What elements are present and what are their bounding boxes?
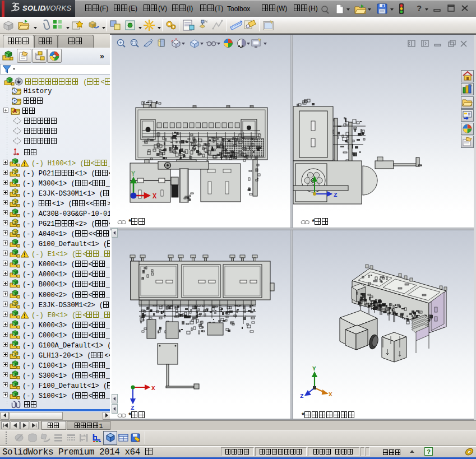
svg-text:X: X xyxy=(151,385,155,392)
svg-text:Z: Z xyxy=(131,405,135,411)
svg-text:Y: Y xyxy=(312,365,316,372)
svg-text:SOLID: SOLID xyxy=(22,4,45,12)
svg-text:X: X xyxy=(152,193,157,201)
svg-text:Z: Z xyxy=(300,393,304,400)
svg-text:Y: Y xyxy=(131,170,136,178)
svg-text:WORKS: WORKS xyxy=(43,4,71,12)
svg-text:Z: Z xyxy=(334,192,338,198)
svg-text:X: X xyxy=(329,391,332,398)
svg-text:A: A xyxy=(13,108,17,114)
